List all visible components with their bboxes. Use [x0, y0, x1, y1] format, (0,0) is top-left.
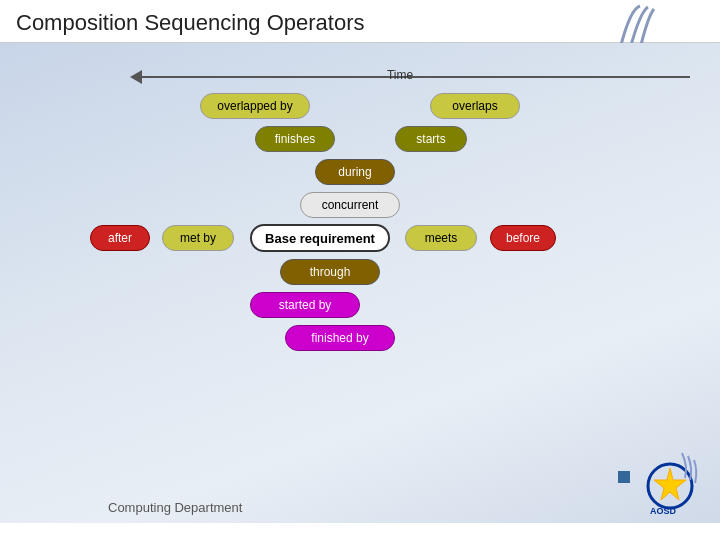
- pill-started-by: started by: [250, 292, 360, 318]
- timeline-line: [140, 76, 690, 78]
- pill-overlapped-by: overlapped by: [200, 93, 310, 119]
- pill-through: through: [280, 259, 380, 285]
- timeline: Time: [110, 68, 690, 86]
- diagram-container: Time overlapped by overlaps finishes sta…: [90, 58, 700, 473]
- svg-text:AOSD: AOSD: [650, 506, 677, 516]
- blue-square-decoration: [618, 471, 630, 483]
- svg-marker-1: [654, 468, 686, 500]
- pill-overlaps: overlaps: [430, 93, 520, 119]
- pill-base-requirement: Base requirement: [250, 224, 390, 252]
- pill-meets: meets: [405, 225, 477, 251]
- pill-during: during: [315, 159, 395, 185]
- pill-starts: starts: [395, 126, 467, 152]
- pill-concurrent: concurrent: [300, 192, 400, 218]
- pill-after: after: [90, 225, 150, 251]
- footer-department: Computing Department: [108, 500, 242, 515]
- page-title: Composition Sequencing Operators: [16, 10, 365, 36]
- pill-finishes: finishes: [255, 126, 335, 152]
- pill-finished-by: finished by: [285, 325, 395, 351]
- aosd-logo: AOSD eu network of excellence: [630, 448, 710, 518]
- pill-before: before: [490, 225, 556, 251]
- timeline-label: Time: [387, 68, 413, 82]
- pill-met-by: met by: [162, 225, 234, 251]
- timeline-arrow: [130, 70, 142, 84]
- main-content: Time overlapped by overlaps finishes sta…: [0, 43, 720, 523]
